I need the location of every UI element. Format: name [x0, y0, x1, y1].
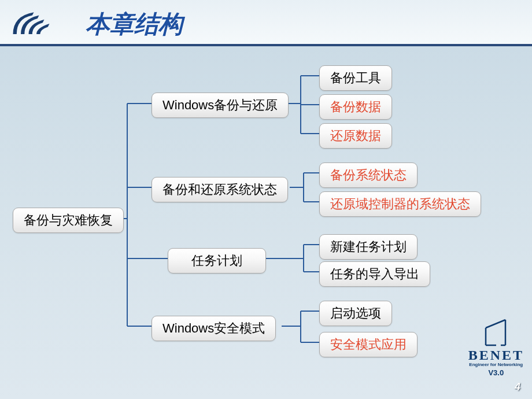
brand-block: BENET Engineer for Networking V3.0 — [468, 317, 524, 377]
diagram-canvas: 备份与灾难恢复 Windows备份与还原 备份工具 备份数据 还原数据 备份和还… — [0, 46, 532, 382]
slide-header: 本章结构 — [0, 0, 532, 46]
brand-sub: Engineer for Networking — [468, 362, 524, 367]
brand-icon — [479, 317, 513, 346]
leaf-node: 还原数据 — [319, 123, 392, 149]
root-node: 备份与灾难恢复 — [13, 208, 124, 233]
branch-node: 任务计划 — [168, 248, 266, 274]
leaf-node: 备份数据 — [319, 94, 392, 120]
logo-icon — [10, 7, 62, 40]
brand-version: V3.0 — [468, 368, 524, 377]
branch-node: Windows备份与还原 — [152, 93, 289, 118]
page-number: 4 — [515, 381, 520, 393]
leaf-node: 还原域控制器的系统状态 — [319, 191, 481, 217]
brand-name: BENET — [468, 348, 524, 363]
leaf-node: 备份工具 — [319, 65, 392, 91]
leaf-node: 备份系统状态 — [319, 162, 418, 188]
leaf-node: 安全模式应用 — [319, 332, 418, 357]
leaf-node: 启动选项 — [319, 301, 392, 326]
branch-node: Windows安全模式 — [152, 316, 276, 341]
leaf-node: 新建任务计划 — [319, 234, 418, 260]
svg-line-25 — [486, 320, 505, 328]
branch-node: 备份和还原系统状态 — [152, 177, 288, 202]
page-title: 本章结构 — [86, 8, 183, 40]
leaf-node: 任务的导入导出 — [319, 261, 430, 287]
